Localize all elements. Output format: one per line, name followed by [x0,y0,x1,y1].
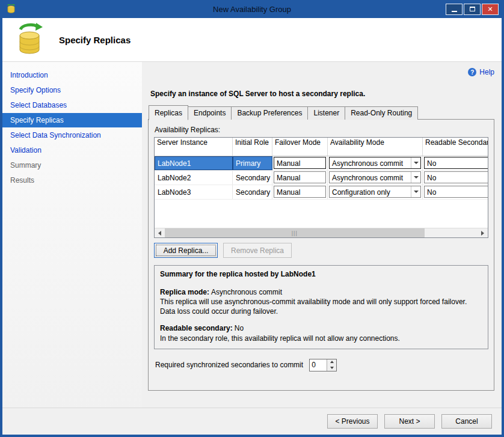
readable-secondary-dropdown-value: No [425,157,488,168]
sidebar-item-summary: Summary [2,158,142,173]
sidebar-item-specify-replicas[interactable]: Specify Replicas [2,113,142,127]
chevron-down-icon [411,157,420,168]
column-header-readable-secondar: Readable Secondar [423,138,488,156]
failover-mode-dropdown[interactable]: Manual [274,157,326,169]
failover-mode-dropdown-cell: Manual [272,185,328,199]
availability-mode-dropdown[interactable]: Configuration only [329,186,421,198]
tab-endpoints[interactable]: Endpoints [188,106,232,120]
help-link[interactable]: Help [479,68,494,76]
availability-mode-dropdown-value: Configuration only [330,186,411,197]
availability-mode-dropdown-cell: Asynchronous commit [328,156,423,170]
tab-backup-preferences[interactable]: Backup Preferences [231,106,308,120]
initial-role-cell: Primary [233,156,272,170]
column-header-availability-mode: Availability Mode [328,138,423,156]
readable-secondary-dropdown-cell: No [423,185,488,199]
replica-actions: Add Replica... Remove Replica [154,243,488,258]
next-button[interactable]: Next > [384,414,435,429]
readable-secondary-line: Readable secondary:No [160,324,482,334]
readable-secondary-value: No [235,324,244,332]
cancel-button[interactable]: Cancel [441,414,492,429]
close-button[interactable]: ✕ [482,4,499,15]
readable-secondary-dropdown[interactable]: No [424,157,488,169]
spin-buttons [327,359,336,371]
quorum-label: Required synchronized secondaries to com… [155,361,303,369]
maximize-icon [470,7,475,11]
readable-secondary-dropdown-value: No [425,186,488,197]
readable-secondary-dropdown-cell: No [423,171,488,185]
failover-mode-dropdown-value: Manual [274,172,325,183]
availability-mode-dropdown-cell: Asynchronous commit [328,171,423,185]
scroll-right-button[interactable] [478,228,488,237]
spin-down-button[interactable] [327,365,336,371]
summary-panel: Summary for the replica hosted by LabNod… [154,265,488,349]
server-instance-cell[interactable]: LabNode3 [155,185,233,199]
content-pane: ? Help Specify an instance of SQL Server… [142,62,502,408]
close-icon: ✕ [487,6,493,13]
readable-secondary-dropdown-cell: No [423,156,488,170]
initial-role-cell: Secondary [233,185,272,199]
grid-header-row: Server InstanceInitial RoleFailover Mode… [155,138,488,156]
chevron-down-icon [411,186,420,197]
database-sync-icon [16,23,43,57]
column-header-server-instance: Server Instance [155,138,233,156]
window-controls: ✕ [446,4,499,15]
tab-bar: ReplicasEndpointsBackup PreferencesListe… [149,106,494,120]
server-instance-cell[interactable]: LabNode1 [155,156,233,170]
column-header-initial-role: Initial Role [233,138,272,156]
failover-mode-dropdown-value: Manual [274,157,325,168]
failover-mode-dropdown[interactable]: Manual [274,186,326,198]
sidebar-item-select-databases[interactable]: Select Databases [2,98,142,112]
failover-mode-dropdown-cell: Manual [272,171,328,185]
replica-mode-label: Replica mode: [160,288,209,296]
server-instance-cell[interactable]: LabNode2 [155,171,233,185]
minimize-button[interactable] [446,4,463,15]
instruction-text: Specify an instance of SQL Server to hos… [150,90,494,98]
sidebar-item-validation[interactable]: Validation [2,143,142,157]
spin-down-icon [330,367,334,369]
wizard-header: Specify Replicas [2,18,502,62]
availability-replicas-label: Availability Replicas: [155,126,488,134]
replica-row-labnode3[interactable]: LabNode3SecondaryManualConfiguration onl… [155,185,488,200]
new-availability-group-window: New Availability Group ✕ Specify Replica… [0,0,504,437]
help-icon: ? [468,68,476,76]
scrollbar-track[interactable]: ||| [165,228,478,237]
maximize-button[interactable] [464,4,481,15]
replica-row-labnode2[interactable]: LabNode2SecondaryManualAsynchronous comm… [155,171,488,185]
grid-rows: LabNode1PrimaryManualAsynchronous commit… [155,156,488,200]
availability-mode-dropdown[interactable]: Asynchronous commit [329,157,421,169]
spin-up-button[interactable] [327,359,336,365]
replica-row-labnode1[interactable]: LabNode1PrimaryManualAsynchronous commit… [155,156,488,171]
initial-role-cell: Secondary [233,171,272,185]
readable-secondary-dropdown[interactable]: No [424,186,488,198]
readable-secondary-label: Readable secondary: [160,324,233,332]
sidebar-item-introduction[interactable]: Introduction [2,68,142,82]
grid-empty-area [155,200,488,228]
horizontal-scrollbar[interactable]: ||| [155,228,488,237]
add-replica-button[interactable]: Add Replica... [154,243,218,258]
sidebar-item-specify-options[interactable]: Specify Options [2,83,142,97]
scroll-left-button[interactable] [155,228,165,237]
replica-mode-line: Replica mode:Asynchronous commit [160,288,482,298]
scroll-right-icon [481,231,484,236]
previous-button[interactable]: < Previous [327,414,378,429]
tab-listener[interactable]: Listener [307,106,345,120]
tab-read-only-routing[interactable]: Read-Only Routing [345,106,418,120]
quorum-input[interactable] [310,359,327,371]
availability-mode-dropdown[interactable]: Asynchronous commit [329,171,421,183]
sidebar-item-select-data-synchronization[interactable]: Select Data Synchronization [2,128,142,142]
failover-mode-dropdown[interactable]: Manual [274,171,326,183]
availability-mode-dropdown-value: Asynchronous commit [330,172,411,183]
summary-title: Summary for the replica hosted by LabNod… [160,270,482,280]
readable-secondary-dropdown[interactable]: No [424,171,488,183]
tab-replicas[interactable]: Replicas [149,105,188,120]
readable-secondary-description: In the secondary role, this availability… [160,334,482,344]
quorum-row: Required synchronized secondaries to com… [155,359,488,371]
footer-button-bar: < Previous Next > Cancel [2,408,502,435]
titlebar: New Availability Group ✕ [2,0,502,18]
availability-mode-dropdown-cell: Configuration only [328,185,423,199]
replicas-grid: Server InstanceInitial RoleFailover Mode… [154,137,488,238]
scroll-left-icon [158,231,161,236]
scrollbar-thumb[interactable]: ||| [165,228,425,237]
sidebar-item-results: Results [2,173,142,188]
failover-mode-dropdown-cell: Manual [272,156,328,170]
